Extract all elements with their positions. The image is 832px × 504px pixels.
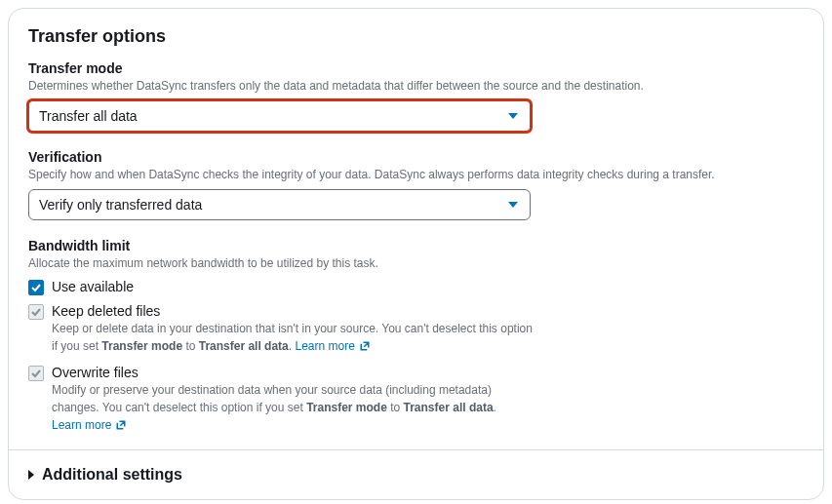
transfer-mode-select[interactable]: Transfer all data bbox=[28, 100, 531, 132]
overwrite-checkbox bbox=[28, 366, 44, 381]
transfer-mode-value: Transfer all data bbox=[39, 108, 138, 124]
keep-deleted-option: Keep deleted files Keep or delete data i… bbox=[28, 303, 804, 355]
verification-value: Verify only transferred data bbox=[39, 197, 202, 213]
transfer-mode-label: Transfer mode bbox=[28, 60, 804, 76]
verification-select[interactable]: Verify only transferred data bbox=[28, 189, 531, 220]
verification-field: Verification Specify how and when DataSy… bbox=[28, 149, 804, 220]
keep-deleted-label: Keep deleted files bbox=[52, 303, 160, 319]
bandwidth-label: Bandwidth limit bbox=[28, 238, 804, 253]
transfer-mode-field: Transfer mode Determines whether DataSyn… bbox=[28, 60, 804, 132]
chevron-down-icon bbox=[508, 113, 518, 119]
overwrite-description: Modify or preserve your destination data… bbox=[52, 381, 539, 434]
additional-settings-title: Additional settings bbox=[42, 466, 182, 484]
external-link-icon bbox=[359, 340, 371, 352]
overwrite-learn-more-link[interactable]: Learn more bbox=[52, 416, 127, 434]
chevron-down-icon bbox=[508, 202, 518, 208]
verification-description: Specify how and when DataSync checks the… bbox=[28, 167, 804, 183]
use-available-checkbox[interactable] bbox=[28, 280, 44, 295]
keep-deleted-description: Keep or delete data in your destination … bbox=[52, 320, 539, 355]
transfer-options-panel: Transfer options Transfer mode Determine… bbox=[8, 8, 824, 500]
caret-right-icon bbox=[28, 470, 34, 480]
bandwidth-field: Bandwidth limit Allocate the maximum net… bbox=[28, 238, 804, 296]
overwrite-option: Overwrite files Modify or preserve your … bbox=[28, 365, 804, 434]
external-link-icon bbox=[115, 419, 127, 431]
use-available-label: Use available bbox=[52, 279, 134, 294]
keep-deleted-learn-more-link[interactable]: Learn more bbox=[295, 337, 370, 355]
verification-label: Verification bbox=[28, 149, 804, 165]
overwrite-label: Overwrite files bbox=[52, 365, 139, 380]
additional-settings-toggle[interactable]: Additional settings bbox=[9, 450, 823, 499]
section-title: Transfer options bbox=[28, 26, 804, 47]
bandwidth-description: Allocate the maximum network bandwidth t… bbox=[28, 255, 804, 272]
keep-deleted-checkbox bbox=[28, 304, 44, 320]
transfer-mode-description: Determines whether DataSync transfers on… bbox=[28, 78, 804, 95]
